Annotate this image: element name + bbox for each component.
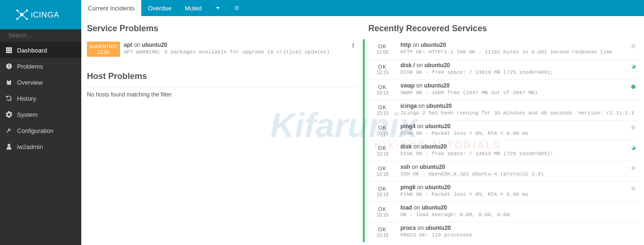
sidebar-item-dashboard[interactable]: Dashboard bbox=[0, 42, 81, 58]
svg-line-8 bbox=[22, 15, 27, 19]
recovered-row[interactable]: OK10:19icinga on ubuntu20Icinga 2 has be… bbox=[369, 100, 639, 120]
service-message: PING OK - Packet loss = 0%, RTA = 0.09 m… bbox=[401, 131, 639, 136]
service-title: ssh on ubuntu20 bbox=[401, 164, 639, 170]
service-title: ping6 on ubuntu20 bbox=[401, 184, 639, 191]
status-badge: OK10:18 bbox=[369, 143, 397, 158]
status-badge: OK10:18 bbox=[369, 164, 397, 179]
sidebar: iCINGA DashboardProblemsOverviewHistoryS… bbox=[0, 0, 81, 245]
perfdata-dot-icon bbox=[631, 125, 635, 130]
service-message: SSH OK - OpenSSH_8.2p1 Ubuntu-4 (protoco… bbox=[401, 171, 639, 177]
service-title: ping4 on ubuntu20 bbox=[401, 123, 639, 130]
brand-logo[interactable]: iCINGA bbox=[0, 0, 81, 29]
service-message: APT WARNING: 5 packages available for up… bbox=[124, 49, 357, 55]
service-problems-panel: Service Problems WARNING12:01apt on ubun… bbox=[81, 16, 363, 245]
service-title: icinga on ubuntu20 bbox=[401, 103, 639, 109]
wrench-icon bbox=[6, 127, 12, 134]
svg-line-5 bbox=[17, 10, 22, 15]
sidebar-item-label: Overview bbox=[17, 79, 43, 86]
service-title: apt on ubuntu20 bbox=[124, 42, 357, 48]
perfdata-dot-icon bbox=[631, 186, 635, 191]
alert-icon bbox=[6, 63, 12, 70]
tab-current-incidents[interactable]: Current Incidents bbox=[81, 0, 141, 16]
status-badge: OK10:18 bbox=[369, 184, 397, 199]
service-message: PING OK - Packet loss = 0%, RTA = 0.09 m… bbox=[401, 192, 639, 197]
recovered-row[interactable]: OK10:19disk / on ubuntu20DISK OK - free … bbox=[369, 59, 639, 79]
service-message: DISK OK - free space: / 13813 MB (72% in… bbox=[401, 70, 639, 75]
sidebar-item-history[interactable]: History bbox=[0, 90, 81, 106]
service-message: HTTP OK: HTTP/1.1 200 OK - 11192 bytes i… bbox=[401, 49, 639, 55]
service-message: OK - load average: 0.00, 0.00, 0.00 bbox=[401, 212, 639, 218]
service-title: http on ubuntu20 bbox=[401, 42, 639, 48]
service-title: disk / on ubuntu20 bbox=[401, 62, 639, 69]
sidebar-item-overview[interactable]: Overview bbox=[0, 74, 81, 90]
sidebar-item-system[interactable]: System bbox=[0, 106, 81, 122]
perfdata-dot-icon bbox=[631, 166, 635, 170]
sidebar-item-iw2admin[interactable]: iw2admin bbox=[0, 139, 81, 155]
service-message: Icinga 2 has been running for 30 minutes… bbox=[401, 110, 639, 116]
recovered-row[interactable]: OK10:18disk on ubuntu20DISK OK - free sp… bbox=[369, 140, 639, 161]
svg-line-7 bbox=[22, 10, 27, 15]
recovered-row[interactable]: OK10:18ping6 on ubuntu20PING OK - Packet… bbox=[369, 181, 639, 201]
status-badge: OK10:19 bbox=[369, 123, 397, 138]
sidebar-item-label: Problems bbox=[17, 63, 43, 70]
sidebar-item-problems[interactable]: Problems bbox=[0, 58, 81, 74]
service-message: SWAP OK - 100% free (2047 MB out of 2047… bbox=[401, 90, 639, 96]
service-title: load on ubuntu20 bbox=[401, 204, 639, 211]
service-message: DISK OK - free space: / 13813 MB (72% in… bbox=[401, 151, 639, 157]
service-problems-heading: Service Problems bbox=[87, 24, 357, 34]
perfdata-dot-icon bbox=[631, 64, 635, 69]
service-title: disk on ubuntu20 bbox=[401, 143, 639, 150]
sidebar-item-label: iw2admin bbox=[17, 143, 43, 150]
tab-bar: Current IncidentsOverdueMuted bbox=[81, 0, 644, 16]
recovered-heading: Recently Recovered Services bbox=[369, 24, 639, 34]
sidebar-item-label: Configuration bbox=[17, 127, 53, 134]
status-badge: OK12:09 bbox=[369, 42, 397, 57]
perfdata-dot-icon bbox=[631, 44, 635, 48]
recovered-row[interactable]: OK10:19ping4 on ubuntu20PING OK - Packet… bbox=[369, 120, 639, 140]
recovered-row[interactable]: OK10:19swap on ubuntu20SWAP OK - 100% fr… bbox=[369, 79, 639, 100]
status-badge: WARNING12:01 bbox=[87, 42, 120, 57]
dropdown-icon[interactable] bbox=[208, 0, 227, 16]
recovered-row[interactable]: OK10:18ssh on ubuntu20SSH OK - OpenSSH_8… bbox=[369, 161, 639, 181]
service-title: procs on ubuntu20 bbox=[401, 225, 639, 231]
status-badge: OK10:19 bbox=[369, 62, 397, 77]
tab-overdue[interactable]: Overdue bbox=[141, 0, 178, 16]
sidebar-item-configuration[interactable]: Configuration bbox=[0, 122, 81, 139]
service-title: swap on ubuntu20 bbox=[401, 82, 639, 89]
status-badge: OK10:19 bbox=[369, 103, 397, 118]
recovered-panel: Recently Recovered Services OK12:09http … bbox=[363, 16, 644, 245]
search-bar bbox=[0, 29, 81, 42]
host-problems-heading: Host Problems bbox=[87, 71, 357, 81]
status-badge: OK10:19 bbox=[369, 82, 397, 97]
grid-icon bbox=[6, 47, 12, 53]
perfdata-dot-icon bbox=[631, 85, 635, 89]
svg-text:iCINGA: iCINGA bbox=[31, 10, 59, 19]
acknowledge-icon[interactable]: ! bbox=[352, 42, 354, 49]
recovered-row[interactable]: OK10:18load on ubuntu20OK - load average… bbox=[369, 201, 639, 222]
status-badge: OK10:18 bbox=[369, 225, 397, 240]
user-icon bbox=[6, 143, 12, 150]
perfdata-dot-icon bbox=[631, 146, 635, 150]
binoculars-icon bbox=[6, 79, 12, 86]
sidebar-item-label: Dashboard bbox=[17, 47, 47, 54]
recovered-row[interactable]: OK10:18procs on ubuntu20PROCS OK: 110 pr… bbox=[369, 222, 639, 242]
gears-icon bbox=[6, 111, 12, 118]
sidebar-item-label: System bbox=[17, 111, 37, 118]
sidebar-item-label: History bbox=[17, 95, 36, 102]
refresh-icon[interactable] bbox=[227, 0, 246, 16]
tab-muted[interactable]: Muted bbox=[178, 0, 208, 16]
service-problem-row[interactable]: WARNING12:01apt on ubuntu20APT WARNING: … bbox=[87, 39, 357, 59]
svg-line-6 bbox=[17, 15, 22, 19]
status-badge: OK10:18 bbox=[369, 204, 397, 219]
service-message: PROCS OK: 110 processes bbox=[401, 232, 639, 238]
host-problems-empty: No hosts found matching the filter. bbox=[87, 87, 357, 98]
search-input[interactable] bbox=[9, 32, 79, 39]
history-icon bbox=[6, 95, 12, 102]
recovered-row[interactable]: OK12:09http on ubuntu20HTTP OK: HTTP/1.1… bbox=[369, 39, 639, 59]
